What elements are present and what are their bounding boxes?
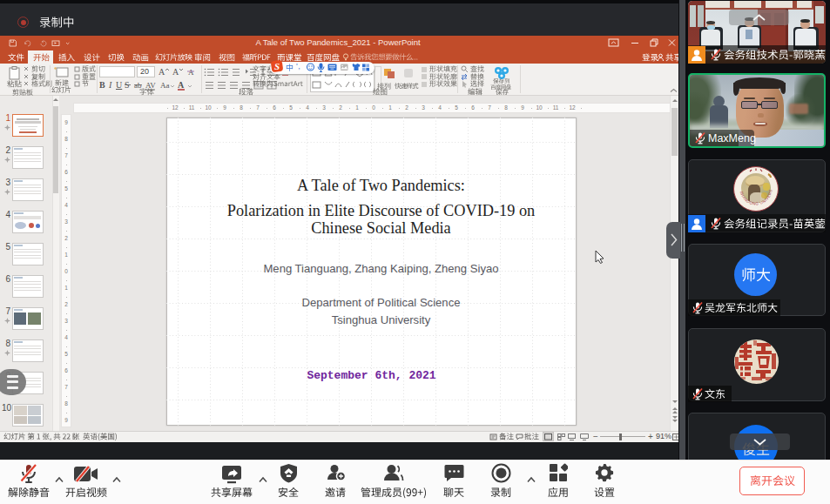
svg-text:S: S bbox=[274, 61, 280, 71]
svg-text:Aa: Aa bbox=[160, 81, 170, 90]
svg-text:A: A bbox=[188, 68, 194, 77]
svg-text:A: A bbox=[172, 67, 179, 77]
svg-text:SHANDONG UNIVERSITY: SHANDONG UNIVERSITY bbox=[733, 166, 773, 206]
svg-text:A: A bbox=[159, 67, 165, 77]
svg-text:I: I bbox=[108, 80, 112, 90]
svg-text:B: B bbox=[99, 80, 105, 90]
svg-text:A: A bbox=[178, 80, 185, 90]
svg-text:U: U bbox=[116, 80, 123, 90]
